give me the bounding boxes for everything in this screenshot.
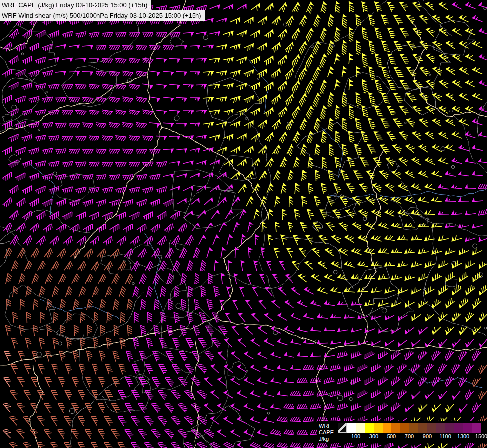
map-title-windshear: WRF Wind shear (m/s) 500/1000hPa Friday … [0,10,205,21]
legend-swatch [374,423,383,433]
legend-tick-label: 1500 [475,433,487,439]
legend-swatch [463,423,472,433]
map-titles: WRF CAPE (J/kg) Friday 03-10-2025 15:00 … [0,0,205,21]
legend-swatch [356,423,365,433]
legend-tick-label: 1300 [457,433,469,439]
legend-swatch [365,423,374,433]
map-title-cape: WRF CAPE (J/kg) Friday 03-10-2025 15:00 … [0,0,151,10]
legend-swatch [445,423,454,433]
legend-tick-label: 100 [351,433,360,439]
legend-swatch [436,423,445,433]
legend-meta: WRF CAPE J/kg [319,423,334,442]
legend-swatch [400,423,409,433]
legend-swatch [454,423,463,433]
legend-swatch [391,423,400,433]
legend-swatch [383,423,391,433]
legend-swatch [427,423,436,433]
legend-tick-label: 500 [387,433,396,439]
cape-legend: WRF CAPE J/kg 10030050070090011001300150… [317,421,485,443]
legend-swatch [472,423,481,433]
legend-units-label: J/kg [319,436,334,442]
legend-tick-label: 1100 [439,433,451,439]
legend-tick-label: 700 [405,433,414,439]
map-canvas [0,0,487,448]
legend-swatch [347,423,356,433]
legend-swatch-row [338,423,481,433]
legend-scale: 100300500700900110013001500 [338,423,481,440]
legend-swatch [418,423,427,433]
legend-swatch [338,423,347,433]
legend-tick-row: 100300500700900110013001500 [338,433,481,440]
legend-variable-label: CAPE [319,429,334,436]
legend-tick-label: 300 [369,433,378,439]
legend-swatch [409,423,418,433]
legend-tick-label: 900 [423,433,432,439]
weather-map: WRF CAPE (J/kg) Friday 03-10-2025 15:00 … [0,0,487,448]
legend-model-label: WRF [319,423,334,429]
